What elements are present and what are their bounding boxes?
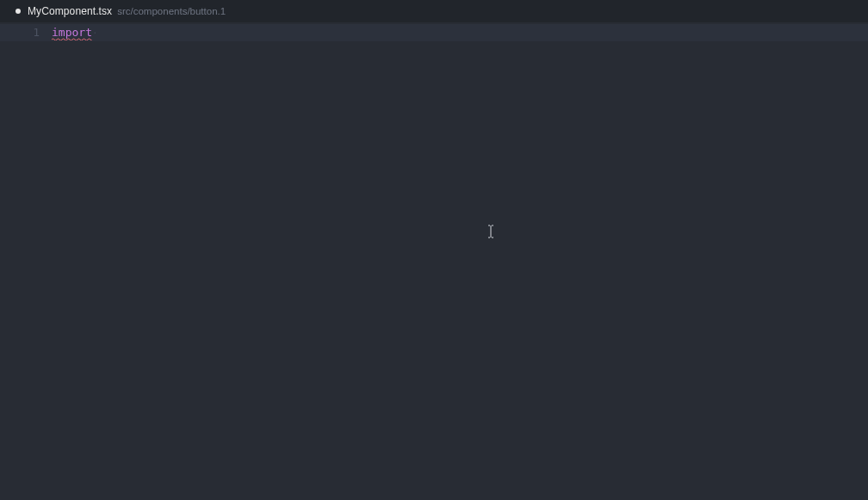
code-line[interactable]: import· [52, 24, 868, 41]
tab-filename[interactable]: MyComponent.tsx [28, 5, 112, 17]
tab-bar: MyComponent.tsx src/components/button.1 [0, 0, 868, 22]
line-number-gutter: 1 [0, 22, 52, 500]
editor-area[interactable]: 1 import· [0, 22, 868, 500]
error-squiggle-icon [52, 38, 92, 40]
tab-path: src/components/button.1 [117, 6, 226, 16]
line-number: 1 [0, 24, 40, 41]
keyword-token: import [52, 24, 92, 41]
whitespace-marker: · [92, 28, 98, 39]
modified-indicator-icon [16, 9, 21, 14]
code-content[interactable]: import· [52, 22, 868, 500]
